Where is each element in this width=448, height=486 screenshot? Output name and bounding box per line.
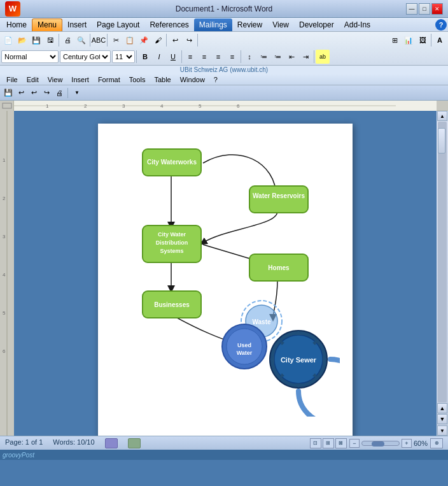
svg-rect-0 (3, 103, 11, 108)
qa-save-button[interactable]: 💾 (3, 87, 14, 99)
line-spacing-button[interactable]: ↕ (242, 50, 256, 64)
scroll-next-page-button[interactable]: ▼ (437, 414, 447, 424)
insert-chart-button[interactable]: 📊 (402, 33, 416, 47)
undo-button[interactable]: ↩ (168, 33, 182, 47)
fit-page-button[interactable]: ⊕ (430, 438, 443, 448)
qa-undo-button[interactable]: ↩ (15, 87, 27, 99)
page-info: Page: 1 of 1 (5, 438, 43, 448)
save-as-button[interactable]: 🖫 (43, 33, 57, 47)
window-title: Document1 - Microsoft Word (0, 4, 448, 13)
filemenu-tools[interactable]: Tools (125, 75, 150, 84)
qa-redo-button[interactable]: ↪ (41, 87, 52, 99)
svg-text:4: 4 (160, 103, 164, 109)
svg-text:3: 3 (3, 234, 6, 239)
proofing-icon[interactable] (128, 438, 141, 448)
full-screen-button[interactable]: ⊞ (323, 438, 334, 448)
font-select[interactable]: Century Goth (60, 50, 111, 63)
numbering-button[interactable]: ≔ (270, 50, 284, 64)
help-icon[interactable]: ? (435, 19, 447, 31)
language-icon[interactable] (105, 438, 118, 448)
svg-text:Water Reservoirs: Water Reservoirs (253, 192, 305, 199)
print-layout-button[interactable]: ⊡ (310, 438, 321, 448)
bullets-button[interactable]: ≔ (256, 50, 270, 64)
bottom-bar: groovyPost (0, 450, 448, 460)
tab-view[interactable]: View (267, 18, 294, 31)
align-left-button[interactable]: ≡ (183, 50, 197, 64)
font-color-button[interactable]: A (433, 33, 447, 47)
print-button[interactable]: 🖨 (60, 33, 74, 47)
maximize-button[interactable]: □ (419, 3, 430, 15)
save-button[interactable]: 💾 (29, 33, 43, 47)
style-select[interactable]: Normal (1, 50, 59, 63)
scroll-thumb[interactable] (438, 128, 445, 154)
main-area: 1 2 3 4 5 6 (0, 111, 448, 436)
paste-button[interactable]: 📌 (137, 33, 151, 47)
branding-text: UBit Schweiz AG (www.ubit.ch) (180, 66, 268, 73)
svg-text:1: 1 (3, 157, 6, 163)
scroll-nav-buttons: ▲ ▼ (437, 403, 447, 424)
status-left: Page: 1 of 1 Words: 10/10 (5, 438, 141, 448)
tab-mailings[interactable]: Mailings (194, 18, 232, 31)
tab-review[interactable]: Review (232, 18, 267, 31)
size-select[interactable]: 11 (112, 50, 135, 63)
insert-picture-button[interactable]: 🖼 (416, 33, 430, 47)
sep2 (90, 34, 90, 46)
minimize-button[interactable]: — (406, 3, 417, 15)
svg-text:Distribution: Distribution (156, 239, 188, 246)
bottom-branding: groovyPost (3, 452, 34, 459)
tab-developer[interactable]: Developer (294, 18, 339, 31)
tab-insert[interactable]: Insert (62, 18, 92, 31)
sep3 (107, 34, 108, 46)
tab-menu[interactable]: Menu (32, 18, 62, 31)
insert-table-button[interactable]: ⊞ (388, 33, 402, 47)
indent-less-button[interactable]: ⇤ (284, 50, 298, 64)
filemenu-file[interactable]: File (3, 75, 22, 84)
highlight-button[interactable]: ab (316, 50, 330, 64)
qa-print-button[interactable]: 🖨 (53, 87, 65, 99)
justify-button[interactable]: ≡ (225, 50, 239, 64)
scroll-up-button[interactable]: ▲ (437, 111, 447, 121)
qa-customize-button[interactable]: ▼ (73, 87, 81, 99)
word-count: Words: 10/10 (53, 438, 94, 448)
scroll-down-button[interactable]: ▼ (437, 425, 447, 436)
format-painter-button[interactable]: 🖌 (151, 33, 165, 47)
copy-button[interactable]: 📋 (123, 33, 137, 47)
spell-button[interactable]: ABC (92, 33, 106, 47)
align-center-button[interactable]: ≡ (197, 50, 211, 64)
open-button[interactable]: 📂 (15, 33, 29, 47)
align-right-button[interactable]: ≡ (211, 50, 225, 64)
close-button[interactable]: ✕ (431, 3, 443, 15)
italic-button[interactable]: I (152, 50, 166, 64)
zoom-slider[interactable] (361, 441, 400, 446)
sep6 (431, 34, 431, 46)
qa-undo2-button[interactable]: ↩ (28, 87, 39, 99)
h-ruler-main: 1 2 3 4 5 6 (14, 101, 437, 111)
bold-button[interactable]: B (138, 50, 152, 64)
zoom-in-button[interactable]: + (402, 439, 412, 448)
cut-button[interactable]: ✂ (109, 33, 123, 47)
tab-add-ins[interactable]: Add-Ins (339, 18, 375, 31)
svg-text:5: 5 (3, 310, 6, 316)
underline-button[interactable]: U (166, 50, 180, 64)
filemenu-format[interactable]: Format (94, 75, 124, 84)
filemenu-insert[interactable]: Insert (67, 75, 93, 84)
svg-text:1: 1 (46, 103, 49, 109)
scroll-prev-page-button[interactable]: ▲ (437, 403, 447, 413)
svg-text:Businesses: Businesses (154, 301, 190, 308)
zoom-out-button[interactable]: − (349, 439, 360, 448)
tab-references[interactable]: References (144, 18, 193, 31)
filemenu-view[interactable]: View (44, 75, 67, 84)
print-preview-button[interactable]: 🔍 (74, 33, 88, 47)
filemenu-window[interactable]: Window (176, 75, 209, 84)
new-button[interactable]: 📄 (1, 33, 15, 47)
filemenu-help[interactable]: ? (210, 75, 221, 84)
tab-home[interactable]: Home (1, 18, 32, 31)
filemenu-table[interactable]: Table (150, 75, 174, 84)
filemenu-edit[interactable]: Edit (23, 75, 43, 84)
web-layout-button[interactable]: ⊠ (335, 438, 347, 448)
sep9 (241, 50, 241, 63)
qa-sep (67, 88, 70, 98)
tab-page-layout[interactable]: Page Layout (92, 18, 144, 31)
redo-button[interactable]: ↪ (182, 33, 196, 47)
indent-more-button[interactable]: ⇥ (298, 50, 312, 64)
